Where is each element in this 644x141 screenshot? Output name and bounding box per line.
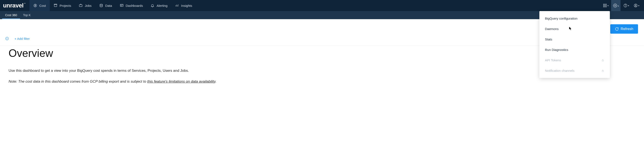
nav-label: Alerting: [156, 4, 168, 7]
svg-rect-1: [54, 5, 57, 7]
svg-point-8: [606, 4, 606, 5]
svg-point-10: [604, 5, 605, 6]
svg-point-9: [603, 5, 604, 6]
nav-cost[interactable]: Cost: [30, 0, 50, 11]
page-note: Note: The cost data in this dashboard co…: [8, 79, 636, 84]
help-button[interactable]: ▾: [621, 0, 631, 11]
brand-logo[interactable]: unravel: [3, 2, 24, 9]
tab-cost-360[interactable]: Cost 360: [2, 11, 20, 19]
menu-label: API Tokens: [545, 58, 561, 62]
lock-icon: [601, 69, 604, 72]
menu-label: BigQuery configuration: [545, 17, 578, 20]
user-button[interactable]: ▾: [632, 0, 641, 11]
jobs-icon: [79, 4, 83, 7]
menu-label: Stats: [545, 37, 552, 41]
nav-label: Data: [105, 4, 112, 7]
svg-point-18: [634, 4, 637, 7]
menu-daemons[interactable]: Daemons: [539, 24, 610, 34]
svg-rect-5: [120, 4, 123, 6]
svg-point-13: [604, 6, 605, 7]
svg-rect-2: [54, 4, 57, 4]
nav-label: Cost: [39, 4, 46, 7]
svg-point-14: [606, 6, 606, 7]
nav-label: Dashboards: [126, 4, 143, 7]
data-icon: [99, 4, 103, 7]
svg-point-15: [614, 5, 616, 6]
svg-point-7: [604, 4, 605, 5]
note-prefix: Note: The cost data in this dashboard co…: [8, 79, 147, 84]
nav-insights[interactable]: Insights: [171, 0, 196, 11]
svg-point-4: [100, 4, 102, 5]
menu-label: Notification channels: [545, 69, 574, 72]
nav-data[interactable]: Data: [96, 0, 116, 11]
note-suffix: .: [216, 79, 216, 84]
apps-button[interactable]: ▾: [601, 0, 610, 11]
svg-rect-3: [79, 5, 82, 6]
top-nav: unravel Cost Projects Jobs Data Dashboar…: [0, 0, 644, 11]
refresh-label: Refresh: [620, 27, 633, 31]
nav-alerting[interactable]: Alerting: [147, 0, 171, 11]
note-link[interactable]: this feature's limitations on data avail…: [147, 79, 215, 84]
nav-jobs[interactable]: Jobs: [75, 0, 96, 11]
nav-label: Projects: [60, 4, 71, 7]
svg-point-11: [606, 5, 606, 6]
nav-label: Insights: [181, 4, 192, 7]
cost-icon: [33, 4, 37, 7]
settings-menu: BigQuery configuration Daemons Stats Run…: [539, 11, 610, 78]
chevron-down-icon: ▾: [608, 4, 608, 7]
settings-button[interactable]: ▴: [611, 0, 620, 11]
alerting-icon: [150, 4, 154, 7]
svg-rect-22: [602, 60, 604, 61]
refresh-button[interactable]: Refresh: [610, 24, 638, 34]
refresh-icon: [615, 27, 619, 31]
lock-icon: [601, 59, 604, 62]
dashboards-icon: [120, 4, 124, 7]
menu-bigquery-configuration[interactable]: BigQuery configuration: [539, 13, 610, 24]
menu-notification-channels: Notification channels: [539, 65, 610, 76]
projects-icon: [54, 4, 58, 7]
nav-label: Jobs: [85, 4, 92, 7]
insights-icon: [175, 4, 179, 7]
chevron-down-icon: ▾: [628, 4, 629, 7]
menu-label: Run Diagnostics: [545, 48, 568, 52]
add-filter-button[interactable]: + Add filter: [14, 37, 30, 40]
chevron-up-icon: ▴: [618, 4, 619, 7]
nav-dashboards[interactable]: Dashboards: [116, 0, 147, 11]
chevron-down-icon: ▾: [638, 4, 639, 7]
svg-point-12: [603, 6, 604, 7]
menu-stats[interactable]: Stats: [539, 34, 610, 44]
menu-run-diagnostics[interactable]: Run Diagnostics: [539, 44, 610, 55]
filter-toggle[interactable]: [5, 36, 10, 41]
tab-top-k[interactable]: Top K: [20, 11, 34, 19]
svg-rect-23: [602, 70, 604, 72]
menu-label: Daemons: [545, 27, 558, 31]
menu-api-tokens: API Tokens: [539, 55, 610, 65]
topnav-right: ▾ ▴ ▾ ▾: [601, 0, 641, 11]
svg-point-19: [635, 5, 636, 6]
svg-point-6: [603, 4, 604, 5]
nav-projects[interactable]: Projects: [50, 0, 75, 11]
